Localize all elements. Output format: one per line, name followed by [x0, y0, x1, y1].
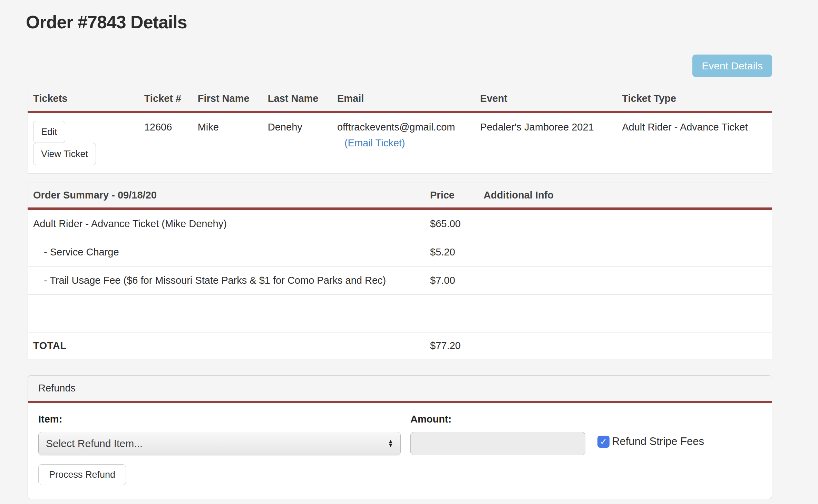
refund-amount-input[interactable] — [410, 432, 585, 455]
column-header-order-summary: Order Summary - 09/18/20 — [28, 183, 425, 209]
event-details-button[interactable]: Event Details — [692, 55, 772, 77]
line-item-additional-info — [478, 266, 772, 295]
line-item-price: $65.00 — [425, 209, 478, 238]
refund-stripe-fees-group: ✓ Refund Stripe Fees — [597, 435, 704, 448]
actions-row: Event Details — [28, 55, 772, 77]
ticket-type-value: Adult Rider - Advance Ticket — [617, 112, 772, 174]
summary-row-trail-fee: - Trail Usage Fee ($6 for Missouri State… — [28, 266, 772, 295]
column-header-tickets: Tickets — [28, 86, 139, 112]
process-refund-button[interactable]: Process Refund — [38, 464, 126, 485]
email-value: offtrackevents@gmail.com — [337, 122, 455, 133]
line-item-additional-info — [478, 238, 772, 266]
refund-item-select-value: Select Refund Item... — [46, 438, 143, 449]
column-header-first-name: First Name — [193, 86, 263, 112]
email-cell: offtrackevents@gmail.com (Email Ticket) — [332, 112, 475, 174]
select-arrows-icon: ▲ ▼ — [388, 440, 393, 447]
refunds-panel: Refunds Item: Select Refund Item... ▲ ▼ … — [28, 375, 772, 499]
line-item-additional-info — [478, 209, 772, 238]
tickets-table-header-row: Tickets Ticket # First Name Last Name Em… — [28, 86, 772, 112]
summary-row-ticket: Adult Rider - Advance Ticket (Mike Deneh… — [28, 209, 772, 238]
refunds-panel-title: Refunds — [28, 376, 772, 403]
refund-item-select[interactable]: Select Refund Item... ▲ ▼ — [38, 432, 401, 455]
column-header-last-name: Last Name — [263, 86, 332, 112]
last-name-value: Denehy — [263, 112, 332, 174]
ticket-actions-cell: Edit View Ticket — [28, 112, 139, 174]
ticket-row: Edit View Ticket 12606 Mike Denehy offtr… — [28, 112, 772, 174]
column-header-price: Price — [425, 183, 478, 209]
summary-spacer-row — [28, 306, 772, 332]
refund-item-label: Item: — [38, 414, 401, 425]
refund-stripe-fees-checkbox[interactable]: ✓ — [597, 436, 610, 448]
refund-amount-group: Amount: — [410, 414, 585, 455]
page-title: Order #7843 Details — [26, 12, 772, 32]
summary-total-row: TOTAL $77.20 — [28, 332, 772, 359]
checkmark-icon: ✓ — [600, 437, 607, 447]
email-ticket-link[interactable]: (Email Ticket) — [344, 137, 405, 149]
view-ticket-button[interactable]: View Ticket — [33, 143, 96, 165]
total-label: TOTAL — [28, 332, 425, 359]
total-price: $77.20 — [425, 332, 478, 359]
refunds-panel-body: Item: Select Refund Item... ▲ ▼ Amount: — [28, 403, 772, 499]
summary-spacer-row — [28, 295, 772, 306]
order-summary-table: Order Summary - 09/18/20 Price Additiona… — [28, 183, 772, 359]
column-header-ticket-number: Ticket # — [139, 86, 193, 112]
tickets-table: Tickets Ticket # First Name Last Name Em… — [28, 86, 772, 174]
order-details-page: Order #7843 Details Event Details Ticket… — [28, 0, 772, 499]
edit-ticket-button[interactable]: Edit — [33, 121, 65, 143]
line-item-price: $7.00 — [425, 266, 478, 295]
event-value: Pedaler's Jamboree 2021 — [475, 112, 617, 174]
order-summary-header-row: Order Summary - 09/18/20 Price Additiona… — [28, 183, 772, 209]
summary-row-service-charge: - Service Charge $5.20 — [28, 238, 772, 266]
refund-item-group: Item: Select Refund Item... ▲ ▼ — [38, 414, 401, 455]
refund-stripe-fees-label: Refund Stripe Fees — [612, 435, 704, 448]
column-header-email: Email — [332, 86, 475, 112]
line-item-price: $5.20 — [425, 238, 478, 266]
line-item-description: Adult Rider - Advance Ticket (Mike Deneh… — [28, 209, 425, 238]
column-header-event: Event — [475, 86, 617, 112]
column-header-additional-info: Additional Info — [478, 183, 772, 209]
refund-amount-label: Amount: — [410, 414, 585, 425]
ticket-number-value: 12606 — [139, 112, 193, 174]
select-down-arrow-icon: ▼ — [388, 444, 393, 447]
column-header-ticket-type: Ticket Type — [617, 86, 772, 112]
first-name-value: Mike — [193, 112, 263, 174]
line-item-description: - Service Charge — [28, 238, 425, 266]
line-item-description: - Trail Usage Fee ($6 for Missouri State… — [28, 266, 425, 295]
